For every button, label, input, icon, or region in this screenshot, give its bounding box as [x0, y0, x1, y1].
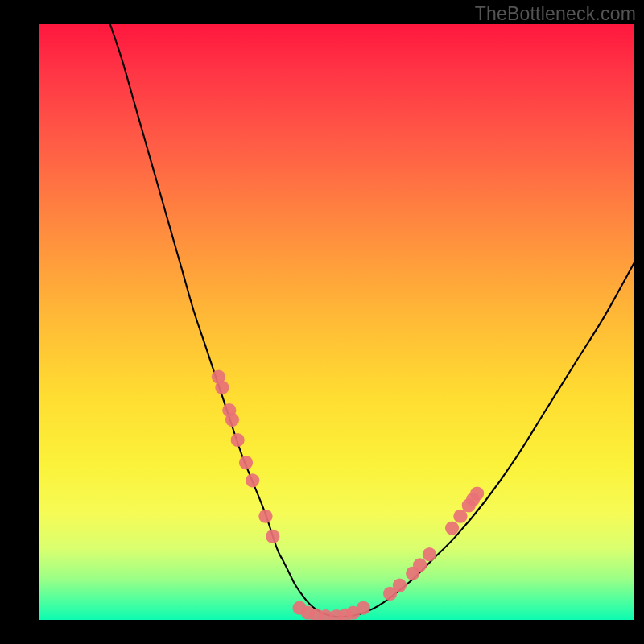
bottleneck-curve	[110, 24, 634, 617]
chart-frame: TheBottleneck.com	[0, 0, 644, 644]
data-marker	[239, 456, 253, 469]
watermark-text: TheBottleneck.com	[475, 3, 636, 25]
data-marker	[423, 547, 436, 561]
data-marker	[246, 473, 259, 487]
data-marker	[470, 487, 484, 501]
data-marker	[225, 413, 239, 427]
data-marker	[231, 433, 245, 447]
data-marker	[445, 521, 459, 535]
data-marker	[413, 558, 427, 572]
data-marker	[258, 510, 272, 523]
data-marker	[215, 381, 229, 394]
plot-area	[39, 24, 634, 620]
data-marker	[357, 601, 370, 615]
data-markers	[212, 369, 484, 620]
curve-layer	[39, 24, 634, 620]
data-marker	[266, 530, 279, 543]
data-marker	[393, 578, 407, 592]
